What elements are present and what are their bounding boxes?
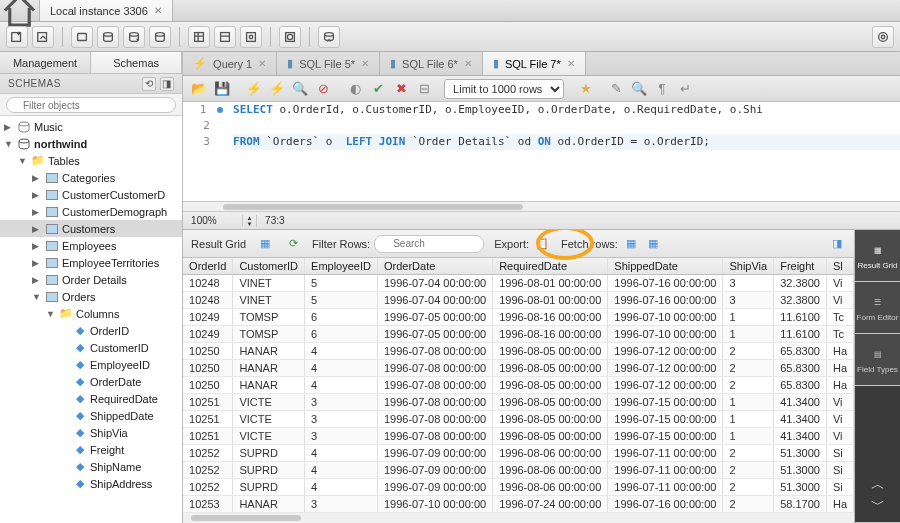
table-item[interactable]: ▶Categories — [0, 169, 182, 186]
table-row[interactable]: 10252SUPRD41996-07-09 00:00:001996-08-06… — [183, 479, 853, 496]
cell[interactable]: 10251 — [183, 411, 233, 428]
fetch-icon[interactable]: ▦ — [622, 235, 640, 253]
wrap-icon[interactable]: ↵ — [675, 79, 695, 99]
find-icon[interactable]: 🔍 — [629, 79, 649, 99]
cell[interactable]: Si — [826, 479, 853, 496]
zoom-level[interactable]: 100% — [183, 215, 243, 226]
column-header[interactable]: OrderDate — [377, 258, 492, 275]
cell[interactable]: HANAR — [233, 377, 305, 394]
cell[interactable]: 2 — [723, 445, 774, 462]
close-icon[interactable]: ✕ — [258, 58, 266, 69]
table-row[interactable]: 10251VICTE31996-07-08 00:00:001996-08-05… — [183, 428, 853, 445]
cell[interactable]: 4 — [305, 462, 378, 479]
connection-tab[interactable]: Local instance 3306 ✕ — [40, 0, 173, 21]
cell[interactable]: VINET — [233, 292, 305, 309]
cell[interactable]: 1996-07-10 00:00:00 — [608, 309, 723, 326]
cell[interactable]: 3 — [305, 496, 378, 513]
column-item[interactable]: ◆ShipName — [0, 458, 182, 475]
cell[interactable]: Vi — [826, 428, 853, 445]
table-item[interactable]: ▶CustomerDemograph — [0, 203, 182, 220]
cell[interactable]: 1996-07-08 00:00:00 — [377, 343, 492, 360]
cell[interactable]: 1996-07-15 00:00:00 — [608, 428, 723, 445]
cell[interactable]: 51.3000 — [774, 479, 827, 496]
cell[interactable]: 10248 — [183, 292, 233, 309]
table-item[interactable]: ▶EmployeeTerritories — [0, 254, 182, 271]
cell[interactable]: 10248 — [183, 275, 233, 292]
invisible-icon[interactable]: ¶ — [652, 79, 672, 99]
cell[interactable]: 1996-07-11 00:00:00 — [608, 445, 723, 462]
cell[interactable]: 10252 — [183, 462, 233, 479]
cell[interactable]: 1996-08-05 00:00:00 — [493, 411, 608, 428]
column-item[interactable]: ◆ShippedDate — [0, 407, 182, 424]
cell[interactable]: 10250 — [183, 343, 233, 360]
cell[interactable]: 1996-08-05 00:00:00 — [493, 377, 608, 394]
toolbar-btn-7[interactable] — [240, 26, 262, 48]
table-row[interactable]: 10250HANAR41996-07-08 00:00:001996-08-05… — [183, 377, 853, 394]
cell[interactable]: Ha — [826, 343, 853, 360]
column-header[interactable]: EmployeeID — [305, 258, 378, 275]
cell[interactable]: 11.6100 — [774, 309, 827, 326]
stop-icon[interactable]: ⊘ — [313, 79, 333, 99]
cell[interactable]: 1996-07-10 00:00:00 — [608, 326, 723, 343]
cell[interactable]: 1996-07-09 00:00:00 — [377, 479, 492, 496]
toggle-icon[interactable]: ◐ — [345, 79, 365, 99]
cell[interactable]: 10253 — [183, 496, 233, 513]
rollback-icon[interactable]: ✖ — [391, 79, 411, 99]
cell[interactable]: VINET — [233, 275, 305, 292]
cell[interactable]: 3 — [723, 292, 774, 309]
scrollbar-thumb[interactable] — [223, 204, 523, 210]
cell[interactable]: 1996-07-08 00:00:00 — [377, 394, 492, 411]
cell[interactable]: 1996-07-10 00:00:00 — [377, 496, 492, 513]
column-header[interactable]: ShippedDate — [608, 258, 723, 275]
toolbar-btn-9[interactable] — [318, 26, 340, 48]
cell[interactable]: SUPRD — [233, 479, 305, 496]
column-header[interactable]: RequiredDate — [493, 258, 608, 275]
table-row[interactable]: 10251VICTE31996-07-08 00:00:001996-08-05… — [183, 394, 853, 411]
execute-icon[interactable]: ⚡ — [244, 79, 264, 99]
column-item[interactable]: ◆Freight — [0, 441, 182, 458]
column-item[interactable]: ◆OrderID — [0, 322, 182, 339]
cell[interactable]: 4 — [305, 479, 378, 496]
close-icon[interactable]: ✕ — [154, 5, 162, 16]
cell[interactable]: 1 — [723, 428, 774, 445]
cell[interactable]: SUPRD — [233, 445, 305, 462]
cell[interactable]: 1996-07-08 00:00:00 — [377, 411, 492, 428]
cell[interactable]: Vi — [826, 411, 853, 428]
cell[interactable]: 3 — [305, 411, 378, 428]
table-row[interactable]: 10248VINET51996-07-04 00:00:001996-08-01… — [183, 275, 853, 292]
filter-rows-input[interactable] — [374, 235, 484, 253]
cell[interactable]: 1996-08-16 00:00:00 — [493, 309, 608, 326]
table-row[interactable]: 10252SUPRD41996-07-09 00:00:001996-08-06… — [183, 462, 853, 479]
cell[interactable]: SUPRD — [233, 462, 305, 479]
cell[interactable]: 58.1700 — [774, 496, 827, 513]
cell[interactable]: 11.6100 — [774, 326, 827, 343]
grid-icon[interactable]: ▦ — [256, 235, 274, 253]
cell[interactable]: TOMSP — [233, 326, 305, 343]
cell[interactable]: 3 — [305, 394, 378, 411]
cell[interactable]: Si — [826, 462, 853, 479]
cell[interactable]: VICTE — [233, 411, 305, 428]
cell[interactable]: 1996-07-05 00:00:00 — [377, 326, 492, 343]
sql-code[interactable]: SELECT o.OrderId, o.CustomerID, o.Employ… — [233, 102, 900, 201]
cell[interactable]: 1996-07-16 00:00:00 — [608, 496, 723, 513]
cell[interactable]: 1996-07-04 00:00:00 — [377, 275, 492, 292]
open-file-icon[interactable]: 📂 — [189, 79, 209, 99]
cell[interactable]: 1996-08-16 00:00:00 — [493, 326, 608, 343]
table-row[interactable]: 10249TOMSP61996-07-05 00:00:001996-08-16… — [183, 309, 853, 326]
new-sql-tab-button[interactable] — [6, 26, 28, 48]
panel-toggle-icon[interactable]: ◨ — [828, 235, 846, 253]
close-icon[interactable]: ✕ — [567, 58, 575, 69]
table-item[interactable]: ▶CustomerCustomerD — [0, 186, 182, 203]
cell[interactable]: Ha — [826, 496, 853, 513]
database-item[interactable]: ▶Music — [0, 118, 182, 135]
cell[interactable]: Vi — [826, 275, 853, 292]
table-item[interactable]: ▼Orders — [0, 288, 182, 305]
query-tab-active[interactable]: ▮SQL File 7*✕ — [483, 52, 586, 75]
cell[interactable]: 1996-07-24 00:00:00 — [493, 496, 608, 513]
column-item[interactable]: ◆RequiredDate — [0, 390, 182, 407]
management-tab[interactable]: Management — [0, 52, 91, 73]
cell[interactable]: 1996-07-16 00:00:00 — [608, 292, 723, 309]
cell[interactable]: 10251 — [183, 394, 233, 411]
close-icon[interactable]: ✕ — [464, 58, 472, 69]
schemas-tab[interactable]: Schemas — [91, 52, 182, 73]
